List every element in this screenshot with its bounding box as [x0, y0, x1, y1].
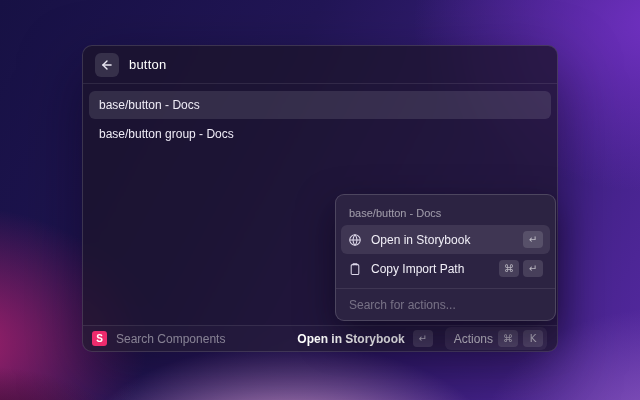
action-open-in-storybook[interactable]: Open in Storybook ↵ [341, 225, 550, 254]
actions-popup: base/button - Docs Open in Storybook ↵ [335, 194, 556, 321]
result-label: base/button group - Docs [99, 127, 234, 141]
action-shortcut: ↵ [523, 231, 543, 248]
result-row-base-button-docs[interactable]: base/button - Docs [89, 91, 551, 119]
result-row-base-button-group-docs[interactable]: base/button group - Docs [89, 120, 551, 148]
command-key: ⌘ [498, 330, 518, 347]
arrow-left-icon [100, 58, 114, 72]
command-key: ⌘ [499, 260, 519, 277]
return-key: ↵ [413, 330, 433, 347]
results-list: base/button - Docs base/button group - D… [83, 84, 557, 155]
footer-bar: S Search Components Open in Storybook ↵ … [83, 325, 557, 351]
globe-icon [348, 233, 362, 247]
action-copy-import-path[interactable]: Copy Import Path ⌘ ↵ [341, 254, 550, 283]
actions-popup-header: base/button - Docs [341, 200, 550, 225]
return-key: ↵ [523, 231, 543, 248]
footer-title: Search Components [116, 332, 225, 346]
actions-menu-button[interactable]: Actions ⌘ K [445, 327, 547, 350]
open-in-storybook-button[interactable]: Open in Storybook [297, 332, 404, 346]
clipboard-icon [348, 262, 362, 276]
storybook-logo: S [92, 331, 107, 346]
back-button[interactable] [95, 53, 119, 77]
search-components-window: base/button - Docs base/button group - D… [82, 45, 558, 352]
actions-search-input[interactable] [341, 289, 550, 320]
footer-actions: Open in Storybook ↵ Actions ⌘ K [297, 327, 547, 350]
action-shortcut: ⌘ ↵ [499, 260, 543, 277]
component-search-input[interactable] [129, 57, 545, 72]
action-label: Open in Storybook [371, 233, 470, 247]
return-key: ↵ [523, 260, 543, 277]
wallpaper: base/button - Docs base/button group - D… [0, 0, 640, 400]
action-label: Copy Import Path [371, 262, 464, 276]
result-label: base/button - Docs [99, 98, 200, 112]
search-bar [83, 46, 557, 84]
k-key: K [523, 330, 543, 347]
actions-menu-label: Actions [454, 332, 493, 346]
